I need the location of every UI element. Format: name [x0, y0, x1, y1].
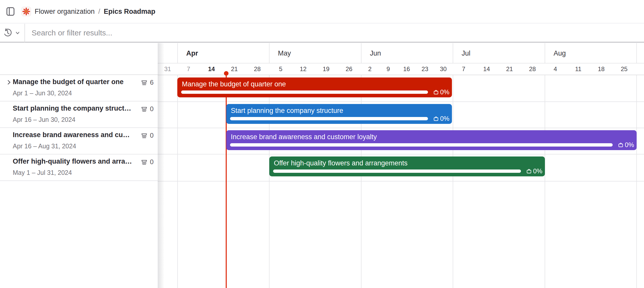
week-label: 12: [300, 63, 307, 75]
epic-progress-track: [273, 169, 521, 173]
roadmap-chart: Apr May Jun Jul Aug 31 7 14 21 28 5 12 1…: [0, 43, 644, 288]
week-label: 4: [554, 63, 557, 75]
chevron-down-icon: [15, 30, 20, 36]
epic-progress-meta: 0%: [433, 115, 449, 122]
breadcrumb-org-link[interactable]: Flower organization: [35, 8, 95, 16]
epic-title[interactable]: Increase brand awareness and customer lo…: [13, 131, 132, 139]
epic-icon: [140, 132, 148, 139]
week-label: 7: [462, 63, 465, 75]
today-marker-dot: [224, 71, 229, 76]
sidebar-toggle-button[interactable]: [6, 7, 15, 16]
epic-list-item-brand-awareness[interactable]: Increase brand awareness and customer lo…: [0, 128, 158, 154]
weight-icon: [618, 142, 624, 148]
chevron-right-icon[interactable]: [6, 79, 12, 86]
epic-child-count: 0: [140, 105, 154, 113]
weight-icon: [433, 89, 439, 95]
epic-title[interactable]: Start planning the company structure: [13, 104, 132, 112]
epic-child-count: 0: [140, 132, 154, 139]
epic-list-item-manage-budget[interactable]: Manage the budget of quarter one Apr 1 –…: [0, 75, 158, 101]
epic-progress-meta: 0%: [618, 141, 634, 149]
month-label: Jun: [370, 43, 381, 63]
epic-date-range: May 1 – Jul 31, 2024: [13, 169, 72, 176]
month-label: Apr: [186, 43, 198, 63]
epic-progress-percent: 0%: [533, 167, 542, 175]
epic-date-range: Apr 16 – Aug 31, 2024: [13, 142, 76, 150]
week-label: 5: [279, 63, 282, 75]
week-label: 14: [483, 63, 490, 75]
history-icon: [3, 28, 12, 37]
week-label: 18: [598, 63, 605, 75]
month-label: Jul: [462, 43, 471, 63]
epic-bar-flowers-arrangements[interactable]: Offer high-quality flowers and arrangeme…: [269, 156, 545, 176]
top-bar: Flower organization / Epics Roadmap: [0, 0, 644, 23]
epic-list-item-company-structure[interactable]: Start planning the company structure Apr…: [0, 101, 158, 128]
grid-line-month: [636, 43, 637, 288]
week-label: 16: [403, 63, 410, 75]
week-label: 14: [208, 63, 215, 75]
epic-progress-meta: 0%: [433, 88, 449, 96]
sidebar-header-spacer: [0, 43, 158, 75]
epic-child-count-value: 0: [150, 132, 154, 139]
filter-bar: [0, 24, 644, 43]
epic-icon: [140, 105, 148, 113]
week-label: 9: [386, 63, 390, 75]
week-label: 31: [164, 63, 171, 75]
epic-progress-track: [230, 117, 428, 120]
weight-icon: [433, 116, 439, 122]
epic-progress-percent: 0%: [625, 141, 634, 149]
sidebar-edge-shadow: [158, 43, 164, 288]
week-label: 21: [506, 63, 513, 75]
week-label: 28: [254, 63, 261, 75]
epic-icon: [140, 79, 148, 86]
breadcrumb-page-title: Epics Roadmap: [104, 8, 155, 16]
epic-bar-manage-budget[interactable]: Manage the budget of quarter one 0%: [177, 77, 452, 97]
search-input[interactable]: [25, 24, 644, 42]
epic-progress-track: [181, 90, 428, 94]
epic-title[interactable]: Offer high-quality flowers and arrangeme…: [13, 158, 132, 165]
epic-bar-title: Manage the budget of quarter one: [182, 80, 421, 88]
week-label: 19: [323, 63, 330, 75]
epic-list-item-flowers-arrangements[interactable]: Offer high-quality flowers and arrangeme…: [0, 154, 158, 181]
epic-child-count: 0: [140, 158, 154, 166]
week-label: 25: [621, 63, 628, 75]
epic-title[interactable]: Manage the budget of quarter one: [13, 78, 132, 86]
epic-bar-title: Start planning the company structure: [231, 107, 421, 115]
week-label: 11: [575, 63, 582, 75]
week-label: 2: [368, 63, 371, 75]
epic-icon: [140, 158, 148, 166]
epic-progress-percent: 0%: [440, 115, 449, 122]
epic-bar-company-structure[interactable]: Start planning the company structure 0%: [226, 104, 452, 124]
epic-date-range: Apr 16 – Jun 30, 2024: [13, 116, 75, 123]
month-label: Aug: [554, 43, 566, 63]
breadcrumb-separator: /: [98, 8, 100, 16]
epic-list-sidebar: Manage the budget of quarter one Apr 1 –…: [0, 43, 158, 288]
epic-bar-title: Increase brand awareness and customer lo…: [231, 133, 606, 141]
month-label: May: [278, 43, 291, 63]
epic-child-count-value: 6: [150, 78, 154, 86]
epic-date-range: Apr 1 – Jun 30, 2024: [13, 89, 72, 97]
week-label: 7: [187, 63, 190, 75]
epic-progress-track: [230, 143, 613, 147]
breadcrumb: Flower organization / Epics Roadmap: [35, 8, 155, 16]
week-label: 21: [231, 63, 238, 75]
week-label: 30: [440, 63, 447, 75]
epic-bar-title: Offer high-quality flowers and arrangeme…: [274, 159, 514, 167]
week-label: 23: [422, 63, 428, 75]
epic-bar-brand-awareness[interactable]: Increase brand awareness and customer lo…: [226, 130, 637, 150]
epic-progress-percent: 0%: [440, 88, 449, 96]
week-label: 28: [529, 63, 536, 75]
organization-avatar[interactable]: [21, 7, 31, 16]
week-label: 26: [346, 63, 353, 75]
epic-progress-meta: 0%: [526, 167, 542, 175]
epic-child-count-value: 0: [150, 158, 154, 166]
epic-child-count: 6: [140, 78, 154, 86]
epic-child-count-value: 0: [150, 105, 154, 113]
weight-icon: [526, 168, 532, 174]
recent-searches-dropdown[interactable]: [3, 28, 20, 37]
flower-icon: [22, 7, 30, 16]
